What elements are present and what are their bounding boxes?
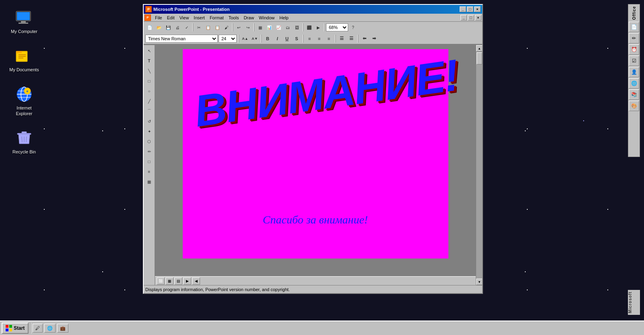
menu-view[interactable]: View: [177, 15, 192, 21]
format-painter-button[interactable]: 🖌: [222, 23, 231, 32]
select-tool[interactable]: ↖: [144, 46, 154, 56]
recycle-bin-icon[interactable]: Recycle Bin: [8, 128, 40, 155]
increase-indent-button[interactable]: ➡: [369, 35, 378, 43]
slide-view-5[interactable]: ◀: [192, 277, 200, 285]
powerpoint-window: P Microsoft PowerPoint - Presentation _ …: [143, 4, 483, 294]
bullet-list-button[interactable]: ☰: [337, 35, 346, 43]
align-left-button[interactable]: ≡: [305, 35, 314, 43]
grid-tool[interactable]: ▦: [144, 177, 154, 186]
svg-line-18: [22, 136, 22, 142]
menu-edit[interactable]: Edit: [165, 15, 177, 21]
slide-view-3[interactable]: ▤: [174, 277, 182, 285]
print-button[interactable]: 🖨: [173, 23, 182, 32]
insert-table-button[interactable]: ▦: [256, 23, 264, 32]
child-minimize-button[interactable]: _: [460, 15, 467, 21]
bold-button[interactable]: B: [263, 35, 272, 43]
align-right-button[interactable]: ≡: [324, 35, 333, 43]
start-button[interactable]: Start: [2, 323, 29, 334]
bw-button[interactable]: ⬛: [305, 23, 314, 32]
my-documents-icon[interactable]: My Documents: [8, 46, 40, 72]
insert-chart-button[interactable]: 📊: [265, 23, 274, 32]
office-btn-3[interactable]: ⏰: [629, 44, 639, 55]
office-btn-2[interactable]: ✏: [629, 33, 639, 43]
office-btn-5[interactable]: 👤: [629, 67, 639, 77]
office-label: Office: [632, 4, 636, 21]
rotate-tool[interactable]: ↺: [144, 116, 154, 126]
font-select[interactable]: Times New Roman Arial: [145, 35, 218, 43]
office-btn-6[interactable]: 🌐: [629, 78, 639, 89]
lines-tool[interactable]: ≡: [144, 167, 154, 176]
menu-tools[interactable]: Tools: [226, 15, 242, 21]
star-tool[interactable]: ✦: [144, 126, 154, 136]
internet-explorer-icon[interactable]: e Internet Explorer: [8, 85, 40, 116]
menu-file[interactable]: File: [153, 15, 165, 21]
slide-view-2[interactable]: ▦: [165, 277, 173, 285]
bottom-toolbar: ⬜ ▦ ▤ ▶ ◀: [155, 276, 476, 285]
left-toolbar: ↖ T ╲ □ ○ ╱ ⌒ ↺ ✦ ⬡ ✏ □ ≡ ▦: [144, 45, 155, 285]
my-computer-icon[interactable]: My Computer: [8, 8, 40, 34]
italic-button[interactable]: I: [273, 35, 282, 43]
font-decrease-button[interactable]: A▼: [250, 35, 259, 43]
size-select[interactable]: 24 12 18 36: [219, 35, 237, 43]
copy-button[interactable]: 📋: [204, 23, 213, 32]
decrease-indent-button[interactable]: ⬅: [360, 35, 369, 43]
insert-graph-button[interactable]: 📈: [274, 23, 283, 32]
scroll-up-button[interactable]: ▲: [476, 45, 482, 52]
polygon-tool[interactable]: ⬡: [144, 136, 154, 146]
slide-view-1[interactable]: ⬜: [157, 277, 165, 285]
child-maximize-button[interactable]: □: [468, 15, 474, 21]
underline-button[interactable]: U: [283, 35, 291, 43]
svg-line-20: [26, 136, 27, 142]
help-button[interactable]: ?: [349, 23, 357, 32]
office-btn-8[interactable]: 🎨: [629, 101, 639, 111]
insert-org-button[interactable]: 🗂: [283, 23, 292, 32]
taskbar-item-3[interactable]: 💼: [57, 324, 68, 333]
taskbar-item-1[interactable]: 🖊: [33, 324, 43, 333]
office-btn-4[interactable]: ☑: [629, 56, 639, 66]
svg-rect-21: [6, 325, 8, 328]
pen-tool[interactable]: ✏: [144, 147, 154, 156]
zoom-select[interactable]: 68% 50% 75% 100%: [326, 23, 348, 31]
office-btn-7[interactable]: 📚: [629, 89, 639, 100]
close-button[interactable]: ×: [474, 6, 481, 12]
undo-button[interactable]: ↩: [234, 23, 243, 32]
redo-button[interactable]: ↪: [244, 23, 252, 32]
paste-button[interactable]: 📋: [213, 23, 222, 32]
menu-insert[interactable]: Insert: [191, 15, 207, 21]
insert-clip-button[interactable]: 🖼: [293, 23, 301, 32]
line-tool[interactable]: ╲: [144, 66, 154, 76]
show-button[interactable]: ▶: [314, 23, 323, 32]
curve-tool[interactable]: ⌒: [144, 106, 154, 116]
scroll-down-button[interactable]: ▼: [476, 279, 482, 285]
ellipse-tool[interactable]: ○: [144, 86, 154, 96]
align-center-button[interactable]: ≡: [315, 35, 324, 43]
menu-window[interactable]: Window: [256, 15, 277, 21]
spellcheck-button[interactable]: ✓: [182, 23, 191, 32]
save-button[interactable]: 💾: [164, 23, 173, 32]
menu-help[interactable]: Help: [277, 15, 291, 21]
menu-app-icon: P: [144, 14, 151, 21]
text-tool[interactable]: T: [144, 56, 154, 66]
arc-tool[interactable]: ╱: [144, 96, 154, 106]
shadow-button[interactable]: S: [292, 35, 301, 43]
window-title: Microsoft PowerPoint - Presentation: [153, 7, 229, 12]
format-sep-2: [261, 35, 262, 43]
scroll-thumb[interactable]: [477, 52, 482, 64]
menu-format[interactable]: Format: [207, 15, 226, 21]
slide-sub-text: Спасибо за внимание!: [183, 213, 448, 226]
open-button[interactable]: 📂: [155, 23, 163, 32]
slide-view-4[interactable]: ▶: [183, 277, 191, 285]
number-list-button[interactable]: ☰: [347, 35, 356, 43]
menu-draw[interactable]: Draw: [241, 15, 256, 21]
child-close-button[interactable]: ×: [475, 15, 481, 21]
new-button[interactable]: 📄: [145, 23, 154, 32]
office-btn-1[interactable]: 📄: [629, 22, 639, 32]
minimize-button[interactable]: _: [460, 6, 466, 12]
svg-rect-5: [16, 51, 22, 53]
cut-button[interactable]: ✂: [194, 23, 203, 32]
maximize-button[interactable]: □: [467, 6, 473, 12]
rect-tool[interactable]: □: [144, 76, 154, 86]
taskbar-item-2[interactable]: 🌐: [44, 324, 56, 333]
font-increase-button[interactable]: A▲: [241, 35, 250, 43]
shadow-tool[interactable]: □: [144, 157, 154, 166]
